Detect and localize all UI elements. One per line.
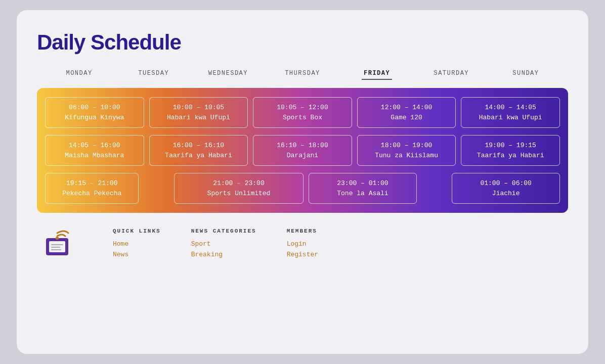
footer-link-breaking[interactable]: Breaking [191,251,256,258]
schedule-container: 06:00 – 10:00 Kifungua Kinywa 10:00 – 10… [37,88,568,213]
day-wednesday[interactable]: WEDNESDAY [195,70,261,80]
footer-news-categories: NEWS CATEGORIES Sport Breaking [191,228,256,258]
day-friday[interactable]: FRIDAY [344,70,410,80]
footer-news-categories-heading: NEWS CATEGORIES [191,228,256,234]
svg-rect-5 [51,249,61,250]
schedule-row-3: 19:15 – 21:00 Pekecha Pekecha 21:00 – 23… [45,173,560,204]
cell-r1c5-name: Habari kwa Ufupi [468,113,552,123]
footer-link-register[interactable]: Register [287,251,318,258]
cell-r2c5: 19:00 – 19:15 Taarifa ya Habari [461,135,560,166]
cell-r2c5-time: 19:00 – 19:15 [468,141,552,151]
day-sunday[interactable]: SUNDAY [493,70,558,80]
cell-r1c2-time: 10:00 – 10:05 [157,103,241,113]
cell-r1c4: 12:00 – 14:00 Game 120 [357,97,456,128]
cell-r3c4-time: 01:00 – 06:00 [459,178,552,189]
footer: QUICK LINKS Home News NEWS CATEGORIES Sp… [37,228,568,258]
cell-r2c3: 16:10 – 18:00 Darajani [253,135,352,166]
cell-r3c2-name: Sports Unlimited [182,189,296,199]
cell-r2c3-time: 16:10 – 18:00 [261,141,344,151]
footer-link-news[interactable]: News [113,251,161,258]
cell-r3c1-name: Pekecha Pekecha [53,189,131,199]
cell-r3c4: 01:00 – 06:00 Jiachie [452,173,560,204]
footer-quick-links: QUICK LINKS Home News [113,228,161,258]
cell-r2c3-name: Darajani [261,151,344,161]
main-card: Daily Schedule MONDAY TUESDAY WEDNESDAY … [17,10,588,354]
cell-r2c2-time: 16:00 – 16:10 [157,141,241,151]
cell-r1c2-name: Habari kwa Ufupi [157,113,241,123]
cell-r1c4-name: Game 120 [365,113,449,123]
cell-r2c2-name: Taarifa ya Habari [157,151,241,161]
cell-r2c5-name: Taarifa ya Habari [468,151,552,161]
cell-r1c3-name: Sports Box [261,113,344,123]
cell-r2c1-time: 14:05 – 16:00 [53,141,137,151]
cell-r1c4-time: 12:00 – 14:00 [365,103,449,113]
row3-spacer2 [422,173,447,204]
svg-rect-3 [51,244,63,245]
footer-link-login[interactable]: Login [287,240,318,248]
day-monday[interactable]: MONDAY [47,70,112,80]
footer-members: MEMBERS Login Register [287,228,318,258]
cell-r3c1-time: 19:15 – 21:00 [53,178,131,189]
cell-r1c2: 10:00 – 10:05 Habari kwa Ufupi [149,97,248,128]
cell-r1c1-name: Kifungua Kinywa [53,113,137,123]
cell-r2c1-name: Maisha Mbashara [53,151,137,161]
cell-r2c1: 14:05 – 16:00 Maisha Mbashara [45,135,144,166]
logo-icon [42,228,72,255]
cell-r3c3: 23:00 – 01:00 Tone la Asali [309,173,417,204]
days-header: MONDAY TUESDAY WEDNESDAY THURSDAY FRIDAY… [37,70,568,80]
day-tuesday[interactable]: TUESDAY [121,70,187,80]
cell-r1c1: 06:00 – 10:00 Kifungua Kinywa [45,97,144,128]
day-saturday[interactable]: SATURDAY [418,70,484,80]
cell-r3c2-time: 21:00 – 23:00 [182,178,296,189]
footer-logo [42,228,72,255]
cell-r2c4-time: 18:00 – 19:00 [365,141,449,151]
footer-quick-links-heading: QUICK LINKS [113,228,161,234]
cell-r1c3-time: 10:05 – 12:00 [261,103,344,113]
cell-r3c3-time: 23:00 – 01:00 [316,178,409,189]
cell-r2c2: 16:00 – 16:10 Taarifa ya Habari [149,135,248,166]
day-thursday[interactable]: THURSDAY [270,70,335,80]
cell-r1c1-time: 06:00 – 10:00 [53,103,137,113]
svg-point-2 [56,237,59,240]
row3-spacer1 [144,173,168,204]
cell-r3c2: 21:00 – 23:00 Sports Unlimited [174,173,304,204]
footer-link-sport[interactable]: Sport [191,240,256,248]
cell-r3c3-name: Tone la Asali [316,189,409,199]
cell-r1c5: 14:00 – 14:05 Habari kwa Ufupi [461,97,560,128]
footer-link-home[interactable]: Home [113,240,161,248]
cell-r3c4-name: Jiachie [459,189,552,199]
schedule-row-2: 14:05 – 16:00 Maisha Mbashara 16:00 – 16… [45,135,560,166]
cell-r3c1: 19:15 – 21:00 Pekecha Pekecha [45,173,139,204]
cell-r2c4-name: Tunu za Kiislamu [365,151,449,161]
schedule-row-1: 06:00 – 10:00 Kifungua Kinywa 10:00 – 10… [45,97,560,128]
svg-rect-4 [51,247,60,248]
cell-r2c4: 18:00 – 19:00 Tunu za Kiislamu [357,135,456,166]
page-title: Daily Schedule [37,30,568,55]
cell-r1c5-time: 14:00 – 14:05 [468,103,552,113]
footer-members-heading: MEMBERS [287,228,318,234]
cell-r1c3: 10:05 – 12:00 Sports Box [253,97,352,128]
